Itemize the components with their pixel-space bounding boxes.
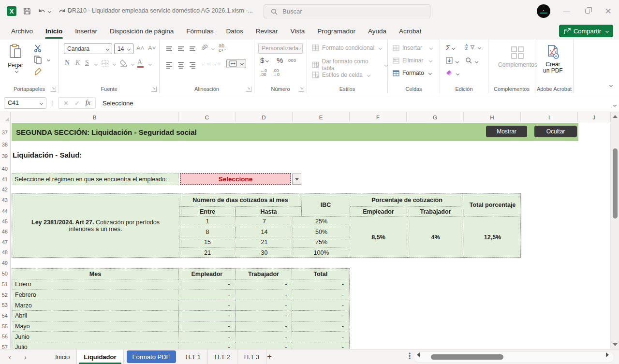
row-header[interactable]: 50 xyxy=(0,268,10,279)
column-header[interactable]: G xyxy=(407,112,464,122)
borders-button[interactable] xyxy=(102,60,109,69)
merge-center-button[interactable] xyxy=(226,59,246,68)
month-total-cell[interactable]: - xyxy=(292,321,349,332)
pct-header-cell[interactable]: Porcentaje de cotización xyxy=(350,194,464,207)
month-name-cell[interactable]: Junio xyxy=(12,332,179,342)
sheet-tab[interactable]: H.T 3 xyxy=(237,349,267,364)
row-header[interactable]: 44 xyxy=(0,206,10,216)
undo-button[interactable] xyxy=(38,8,51,15)
row-header[interactable]: 45 xyxy=(0,216,10,227)
decrease-decimal-button[interactable]: .00→0 xyxy=(273,69,280,76)
tier-ibc-cell[interactable]: 25% xyxy=(293,217,350,227)
row-header[interactable]: 42 xyxy=(0,185,10,193)
total-header-cell[interactable]: Total porcentaje xyxy=(464,194,521,217)
entre-header-cell[interactable]: Entre xyxy=(179,207,236,217)
comma-style-button[interactable]: 000 xyxy=(288,58,296,63)
month-name-cell[interactable]: Enero xyxy=(12,279,179,290)
tier-entre-cell[interactable]: 21 xyxy=(179,248,236,259)
scroll-up-arrow[interactable] xyxy=(613,115,618,118)
sheet-tab[interactable]: Liquidador xyxy=(77,349,123,364)
trabajador-col-header-cell[interactable]: Trabajador xyxy=(236,269,293,279)
horizontal-scroll-thumb[interactable] xyxy=(431,354,503,360)
sheet-tab[interactable]: H.T 2 xyxy=(208,349,237,364)
ribbon-tab[interactable]: Datos xyxy=(220,22,249,40)
increase-decimal-button[interactable]: ←0.00 xyxy=(260,69,267,76)
column-header[interactable]: B xyxy=(11,112,179,122)
row-header[interactable]: 39 xyxy=(0,147,10,164)
ribbon-tab[interactable]: Programador xyxy=(311,22,362,40)
format-painter-button[interactable] xyxy=(34,67,43,77)
select-all-corner[interactable] xyxy=(0,112,11,122)
orientation-button[interactable]: ab xyxy=(200,42,209,51)
month-trabajador-cell[interactable]: - xyxy=(236,290,293,301)
row-header[interactable]: 54 xyxy=(0,310,10,321)
row-header[interactable]: 47 xyxy=(0,237,10,248)
column-header[interactable]: F xyxy=(350,112,407,122)
worksheet-grid[interactable]: 3738394041424344454647484950515253545556… xyxy=(0,122,610,349)
restore-button[interactable] xyxy=(577,0,598,22)
row-header[interactable]: 55 xyxy=(0,321,10,332)
bold-button[interactable]: N xyxy=(65,59,70,67)
tier-entre-cell[interactable]: 8 xyxy=(179,227,236,238)
sheet-tab[interactable]: Inicio xyxy=(48,349,77,364)
ribbon-tab[interactable]: Fórmulas xyxy=(180,22,220,40)
copy-button[interactable] xyxy=(34,56,42,66)
sheet-tab[interactable]: Formato PDF xyxy=(127,350,176,363)
hide-button[interactable]: Ocultar xyxy=(534,126,577,137)
align-right-button[interactable] xyxy=(190,61,195,71)
month-total-cell[interactable]: - xyxy=(292,290,349,301)
sort-filter-button[interactable]: AZ xyxy=(465,44,481,51)
cancel-entry-icon[interactable]: ✕ xyxy=(63,100,69,107)
formula-bar-value[interactable]: Seleccione xyxy=(103,100,133,107)
month-name-cell[interactable]: Marzo xyxy=(12,300,179,311)
row-header[interactable]: 56 xyxy=(0,332,10,342)
tier-entre-cell[interactable]: 15 xyxy=(179,237,236,248)
month-total-cell[interactable]: - xyxy=(292,332,349,342)
row-header[interactable]: 37 xyxy=(0,123,10,141)
autosum-button[interactable]: Σ xyxy=(446,44,455,52)
font-name-select[interactable]: Candara xyxy=(64,44,112,54)
number-format-select[interactable]: Personalizada xyxy=(258,43,303,54)
confirm-entry-icon[interactable]: ✓ xyxy=(74,100,80,107)
wrap-text-button[interactable]: abc↩ xyxy=(219,44,226,52)
column-header[interactable]: D xyxy=(236,112,293,122)
underline-menu[interactable] xyxy=(94,62,98,66)
excel-logo-icon[interactable]: X xyxy=(7,6,16,16)
vertical-scroll-thumb[interactable] xyxy=(613,148,618,218)
share-button[interactable]: Compartir xyxy=(559,25,613,37)
underline-button[interactable]: S xyxy=(85,59,89,67)
ribbon-tab[interactable]: Insertar xyxy=(69,22,103,40)
account-avatar[interactable]: ● xyxy=(537,4,550,18)
month-trabajador-cell[interactable]: - xyxy=(236,321,293,332)
regimen-label-cell[interactable]: Seleccione el régimen en que se encuentr… xyxy=(12,173,179,185)
save-button[interactable] xyxy=(23,7,31,15)
total-col-header-cell[interactable]: Total xyxy=(292,269,349,279)
fill-button[interactable] xyxy=(446,57,458,65)
trabajador-header-cell[interactable]: Trabajador xyxy=(407,207,464,217)
tier-hasta-cell[interactable]: 21 xyxy=(236,237,293,248)
horizontal-scrollbar[interactable] xyxy=(413,351,614,363)
ribbon-tab[interactable]: Revisar xyxy=(250,22,284,40)
column-header[interactable]: C xyxy=(179,112,236,122)
ribbon-tab[interactable]: Acrobat xyxy=(393,22,428,40)
month-empleador-cell[interactable]: - xyxy=(179,332,236,342)
row-header[interactable]: 40 xyxy=(0,164,10,173)
total-pct-cell[interactable]: 12,5% xyxy=(464,217,521,258)
row-header[interactable]: 52 xyxy=(0,290,10,300)
month-empleador-cell[interactable]: - xyxy=(179,311,236,321)
minimize-button[interactable]: — xyxy=(556,0,577,22)
clipboard-dialog-launcher[interactable]: ↘ xyxy=(51,87,56,92)
add-sheet-button[interactable]: + xyxy=(264,351,275,362)
month-empleador-cell[interactable]: - xyxy=(179,342,236,349)
sheet-tab[interactable]: H.T 1 xyxy=(179,349,208,364)
month-empleador-cell[interactable]: - xyxy=(179,300,236,311)
show-button[interactable]: Mostrar xyxy=(486,126,527,137)
row-header[interactable]: 46 xyxy=(0,227,10,237)
month-trabajador-cell[interactable]: - xyxy=(236,300,293,311)
month-name-cell[interactable]: Abril xyxy=(12,311,179,321)
tier-ibc-cell[interactable]: 75% xyxy=(293,237,350,248)
collapse-ribbon-button[interactable] xyxy=(608,82,612,89)
percent-button[interactable]: % xyxy=(277,56,283,64)
tier-hasta-cell[interactable]: 14 xyxy=(236,227,293,238)
italic-button[interactable]: K xyxy=(75,59,80,67)
